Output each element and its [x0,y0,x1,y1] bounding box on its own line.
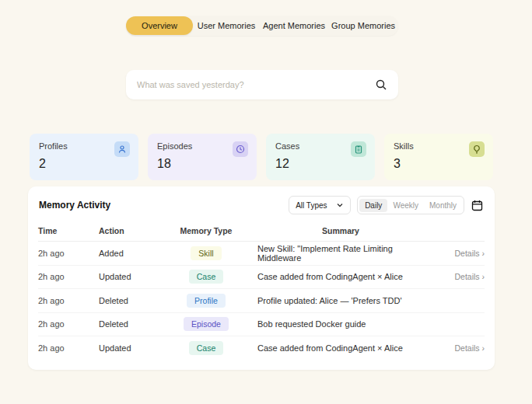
panel-header: Memory Activity All Types Daily Weekly M… [28,186,495,221]
memory-type-badge: Profile [187,294,226,308]
table-header-row: Time Action Memory Type Summary [38,221,485,242]
chevron-down-icon [336,201,344,209]
row-summary: Bob requested Docker guide [245,319,436,329]
header-action: Action [99,226,167,235]
memory-type-badge: Case [189,270,224,284]
row-time: 2h ago [38,319,99,329]
details-link[interactable]: Details [454,272,485,281]
segment-monthly[interactable]: Monthly [424,199,462,212]
clipboard-icon [351,141,366,157]
tab-overview[interactable]: Overview [126,16,193,35]
stat-card-cases[interactable]: Cases 12 [266,134,375,180]
stat-value: 12 [275,157,366,171]
table-row: 2h ago Added Skill New Skill: "Implement… [38,242,485,266]
tab-agent-memories[interactable]: Agent Memories [260,16,328,35]
table-row: 2h ago Deleted Episode Bob requested Doc… [38,313,485,337]
type-filter-value: All Types [296,201,327,210]
stat-card-profiles[interactable]: Profiles 2 [30,134,138,180]
search-input[interactable] [137,80,375,89]
row-summary: Case added from CodingAgent × Alice [245,343,436,353]
row-action: Updated [99,272,167,281]
row-summary: New Skill: "Implement Rate Limiting Midd… [245,244,436,263]
row-time: 2h ago [38,296,99,305]
row-summary: Case added from CodingAgent × Alice [245,272,436,281]
stat-value: 18 [157,157,247,171]
tab-group-memories[interactable]: Group Memories [328,16,398,35]
user-icon [114,141,130,157]
memory-type-badge: Skill [191,246,221,260]
row-time: 2h ago [38,249,99,258]
search-bar [126,70,398,99]
memory-type-badge: Case [189,341,224,355]
table-row: 2h ago Updated Case Case added from Codi… [38,336,485,360]
segment-daily[interactable]: Daily [359,199,387,212]
stat-value: 3 [394,157,484,171]
tab-user-memories[interactable]: User Memories [193,16,260,35]
row-time: 2h ago [38,272,99,281]
memory-activity-panel: Memory Activity All Types Daily Weekly M… [28,186,495,370]
lightbulb-icon [469,141,485,157]
stat-card-episodes[interactable]: Episodes 18 [148,134,257,180]
table-row: 2h ago Deleted Profile Profile updated: … [38,289,485,313]
header-time: Time [38,226,99,235]
clock-icon [233,141,248,157]
calendar-icon[interactable] [471,199,484,212]
table-row: 2h ago Updated Case Case added from Codi… [38,266,485,290]
row-action: Deleted [99,319,167,329]
row-action: Deleted [99,296,167,305]
header-memory-type: Memory Type [167,226,245,235]
header-summary: Summary [245,226,436,235]
details-link[interactable]: Details [454,249,485,258]
search-icon[interactable] [375,78,387,91]
panel-title: Memory Activity [39,200,110,211]
top-tab-bar: Overview User Memories Agent Memories Gr… [126,16,398,36]
type-filter-select[interactable]: All Types [289,196,351,214]
segment-weekly[interactable]: Weekly [387,199,424,212]
row-action: Updated [99,343,167,353]
row-time: 2h ago [38,343,99,353]
row-summary: Profile updated: Alice — 'Prefers TDD' [245,296,436,305]
details-link[interactable]: Details [454,343,485,353]
memory-type-badge: Episode [184,317,229,331]
range-segmented-control: Daily Weekly Monthly [357,196,464,214]
stats-row: Profiles 2 Episodes 18 Cases 12 Skills 3 [30,134,493,180]
panel-controls: All Types Daily Weekly Monthly [289,196,484,214]
row-action: Added [99,249,167,258]
stat-value: 2 [39,157,129,171]
stat-card-skills[interactable]: Skills 3 [384,134,493,180]
activity-table: Time Action Memory Type Summary 2h ago A… [38,221,485,360]
